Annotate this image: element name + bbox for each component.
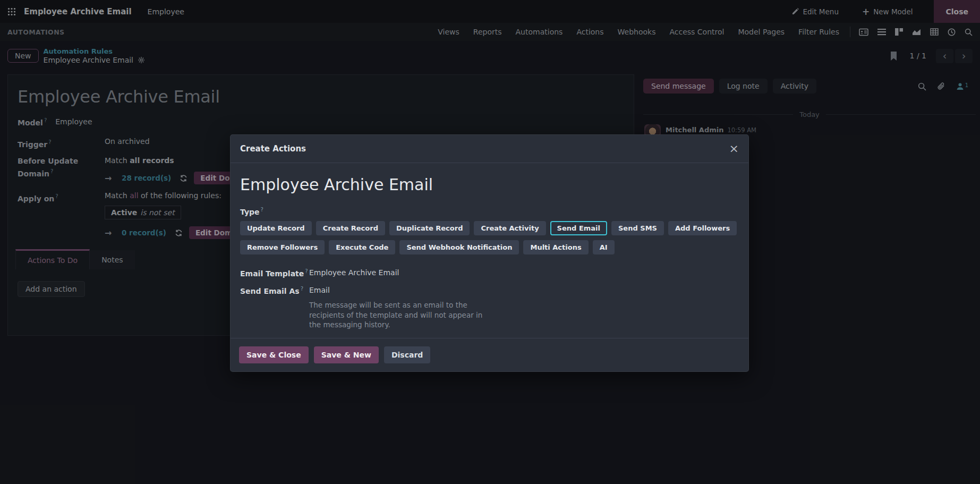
type-send-email[interactable]: Send Email	[550, 221, 607, 235]
dialog-footer: Save & Close Save & New Discard	[231, 338, 748, 371]
help-marker: ?	[261, 207, 263, 213]
type-label: Type?	[240, 207, 739, 216]
send-email-as-label: Send Email As?	[240, 286, 309, 295]
type-send-sms[interactable]: Send SMS	[611, 221, 664, 235]
discard-button[interactable]: Discard	[384, 346, 430, 363]
dialog-title: Create Actions	[240, 144, 306, 154]
dialog-header: Create Actions ×	[231, 135, 748, 163]
create-actions-dialog: Create Actions × Employee Archive Email …	[230, 134, 749, 372]
type-duplicate-record[interactable]: Duplicate Record	[389, 221, 470, 235]
field-row-send-email-as: Send Email As? Email	[240, 286, 739, 295]
help-marker: ?	[301, 286, 303, 292]
type-create-activity[interactable]: Create Activity	[474, 221, 546, 235]
type-execute-code[interactable]: Execute Code	[329, 240, 395, 254]
type-add-followers[interactable]: Add Followers	[668, 221, 737, 235]
type-remove-followers[interactable]: Remove Followers	[240, 240, 325, 254]
email-template-value[interactable]: Employee Archive Email	[309, 268, 399, 278]
action-name-field[interactable]: Employee Archive Email	[240, 175, 739, 194]
dialog-fields: Email Template? Employee Archive Email S…	[240, 268, 739, 330]
type-update-record[interactable]: Update Record	[240, 221, 312, 235]
close-icon[interactable]: ×	[729, 143, 739, 155]
email-template-label: Email Template?	[240, 268, 309, 278]
send-email-as-value[interactable]: Email	[309, 286, 330, 295]
type-ai[interactable]: AI	[593, 240, 615, 254]
help-marker: ?	[305, 268, 308, 274]
screen: Employee Archive Email Employee Edit Men…	[0, 0, 980, 484]
type-multi-actions[interactable]: Multi Actions	[523, 240, 588, 254]
type-selector: Update Record Create Record Duplicate Re…	[240, 221, 739, 254]
type-create-record[interactable]: Create Record	[316, 221, 385, 235]
save-and-close-button[interactable]: Save & Close	[239, 346, 309, 363]
save-and-new-button[interactable]: Save & New	[314, 346, 379, 363]
type-send-webhook-notification[interactable]: Send Webhook Notification	[399, 240, 519, 254]
send-email-as-help-text: The message will be sent as an email to …	[309, 300, 487, 330]
field-row-email-template: Email Template? Employee Archive Email	[240, 268, 739, 278]
dialog-body: Employee Archive Email Type? Update Reco…	[231, 163, 748, 338]
